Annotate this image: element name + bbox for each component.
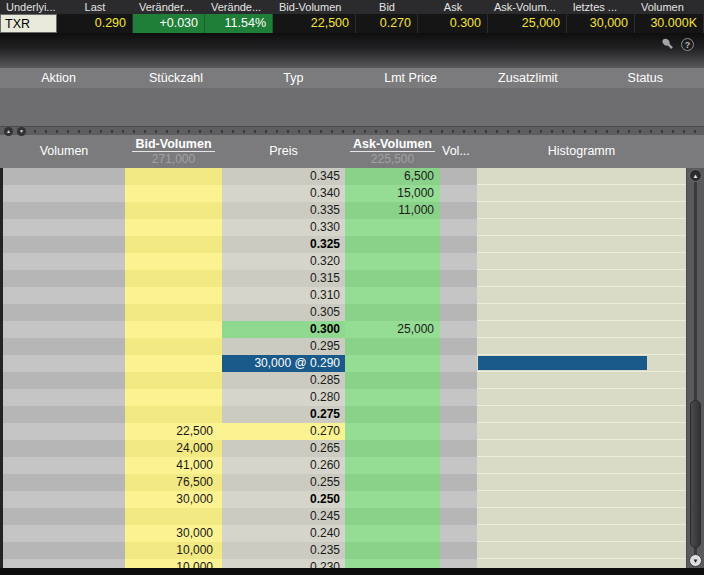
row-ask-volume-cell[interactable] <box>345 423 440 440</box>
row-bid-volume-cell[interactable]: 10,000 <box>125 542 222 559</box>
price-cell[interactable]: 0.305 <box>222 304 345 321</box>
help-icon[interactable]: ? <box>681 38 694 51</box>
row-ask-volume-cell[interactable] <box>345 457 440 474</box>
row-bid-volume-cell[interactable] <box>125 406 222 423</box>
price-cell[interactable]: 0.320 <box>222 253 345 270</box>
row-volume-cell <box>3 389 125 406</box>
row-bid-volume-cell[interactable] <box>125 253 222 270</box>
quote-col-ask-volume[interactable]: Ask-Volum... <box>488 0 567 14</box>
price-cell[interactable]: 0.345 <box>222 168 345 185</box>
price-cell[interactable]: 0.280 <box>222 389 345 406</box>
row-ask-volume-cell[interactable]: 25,000 <box>345 321 440 338</box>
price-cell[interactable]: 0.310 <box>222 287 345 304</box>
row-ask-volume-cell[interactable] <box>345 270 440 287</box>
last-trade-cell[interactable]: 30,000 @ 0.290 <box>222 355 345 372</box>
price-cell[interactable]: 0.340 <box>222 185 345 202</box>
row-bid-volume-cell[interactable] <box>125 168 222 185</box>
price-cell[interactable]: 0.325 <box>222 236 345 253</box>
quote-col-last[interactable]: Last <box>57 0 133 14</box>
price-cell[interactable]: 0.295 <box>222 338 345 355</box>
price-cell[interactable]: 0.335 <box>222 202 345 219</box>
price-cell[interactable]: 0.240 <box>222 525 345 542</box>
splitter-bar[interactable]: ▲ ▼ <box>0 126 704 135</box>
row-bid-volume-cell[interactable] <box>125 338 222 355</box>
row-volume-cell <box>3 253 125 270</box>
price-cell[interactable]: 0.330 <box>222 219 345 236</box>
row-bid-volume-cell[interactable]: 22,500 <box>125 423 222 440</box>
row-ask-volume-cell[interactable] <box>345 253 440 270</box>
scroll-down-icon[interactable]: ▼ <box>689 554 702 567</box>
orders-col-status[interactable]: Status <box>587 68 704 88</box>
row-ask-volume-cell[interactable] <box>345 304 440 321</box>
row-bid-volume-cell[interactable]: 10,000 <box>125 559 222 568</box>
quote-col-bid-volume[interactable]: Bid-Volumen <box>273 0 356 14</box>
price-cell[interactable]: 0.315 <box>222 270 345 287</box>
quote-col-volume[interactable]: Volumen <box>635 0 704 14</box>
row-ask-volume-cell[interactable] <box>345 287 440 304</box>
row-bid-volume-cell[interactable] <box>125 270 222 287</box>
row-ask-volume-cell[interactable] <box>345 338 440 355</box>
price-cell[interactable]: 0.270 <box>222 423 345 440</box>
row-ask-volume-cell[interactable] <box>345 440 440 457</box>
row-bid-volume-cell[interactable] <box>125 372 222 389</box>
row-bid-volume-cell[interactable]: 24,000 <box>125 440 222 457</box>
row-ask-volume-cell[interactable] <box>345 372 440 389</box>
row-bid-volume-cell[interactable]: 30,000 <box>125 525 222 542</box>
quote-col-last-size[interactable]: letztes ... <box>567 0 635 14</box>
row-ask-volume-cell[interactable]: 15,000 <box>345 185 440 202</box>
price-cell[interactable]: 0.285 <box>222 372 345 389</box>
quote-col-change[interactable]: Veränder... <box>133 0 205 14</box>
price-cell[interactable]: 0.300 <box>222 321 345 338</box>
row-volume-cell <box>3 236 125 253</box>
row-ask-volume-cell[interactable] <box>345 525 440 542</box>
row-ask-volume-cell[interactable] <box>345 236 440 253</box>
scrollbar[interactable]: ▲ ▼ <box>686 168 704 568</box>
row-ask-volume-cell[interactable] <box>345 491 440 508</box>
row-ask-volume-cell[interactable] <box>345 474 440 491</box>
price-cell[interactable]: 0.275 <box>222 406 345 423</box>
price-cell[interactable]: 0.255 <box>222 474 345 491</box>
price-cell[interactable]: 0.245 <box>222 508 345 525</box>
row-bid-volume-cell[interactable]: 30,000 <box>125 491 222 508</box>
row-ask-volume-cell[interactable] <box>345 355 440 372</box>
row-ask-volume-cell[interactable]: 11,000 <box>345 202 440 219</box>
wrench-icon[interactable] <box>661 38 674 51</box>
row-ask-volume-cell[interactable] <box>345 406 440 423</box>
row-bid-volume-cell[interactable] <box>125 287 222 304</box>
row-bid-volume-cell[interactable] <box>125 236 222 253</box>
row-bid-volume-cell[interactable] <box>125 389 222 406</box>
row-bid-volume-cell[interactable]: 41,000 <box>125 457 222 474</box>
row-bid-volume-cell[interactable] <box>125 202 222 219</box>
row-bid-volume-cell[interactable] <box>125 355 222 372</box>
price-cell[interactable]: 0.235 <box>222 542 345 559</box>
row-ask-volume-cell[interactable] <box>345 389 440 406</box>
symbol-cell[interactable]: TXR <box>0 14 57 33</box>
row-bid-volume-cell[interactable]: 76,500 <box>125 474 222 491</box>
row-bid-volume-cell[interactable] <box>125 321 222 338</box>
price-cell[interactable]: 0.230 <box>222 559 345 568</box>
row-ask-volume-cell[interactable] <box>345 559 440 568</box>
orders-col-type[interactable]: Typ <box>235 68 352 88</box>
scrollbar-thumb[interactable] <box>690 400 701 548</box>
row-ask-volume-cell[interactable]: 6,500 <box>345 168 440 185</box>
row-bid-volume-cell[interactable] <box>125 219 222 236</box>
price-cell[interactable]: 0.250 <box>222 491 345 508</box>
orders-col-lmt-price[interactable]: Lmt Price <box>352 68 469 88</box>
orders-col-action[interactable]: Aktion <box>0 68 117 88</box>
price-cell[interactable]: 0.260 <box>222 457 345 474</box>
orders-col-quantity[interactable]: Stückzahl <box>117 68 234 88</box>
row-bid-volume-cell[interactable] <box>125 508 222 525</box>
quote-col-bid[interactable]: Bid <box>356 0 418 14</box>
row-ask-volume-cell[interactable] <box>345 542 440 559</box>
row-ask-volume-cell[interactable] <box>345 219 440 236</box>
histogram-cell <box>477 253 686 270</box>
quote-col-change-pct[interactable]: Verände... <box>205 0 273 14</box>
scroll-up-icon[interactable]: ▲ <box>689 169 702 182</box>
row-bid-volume-cell[interactable] <box>125 185 222 202</box>
quote-col-ask[interactable]: Ask <box>418 0 488 14</box>
orders-col-aux-limit[interactable]: Zusatzlimit <box>469 68 586 88</box>
row-bid-volume-cell[interactable] <box>125 304 222 321</box>
price-cell[interactable]: 0.265 <box>222 440 345 457</box>
quote-col-underlying[interactable]: Underlyi... <box>0 0 57 14</box>
row-ask-volume-cell[interactable] <box>345 508 440 525</box>
